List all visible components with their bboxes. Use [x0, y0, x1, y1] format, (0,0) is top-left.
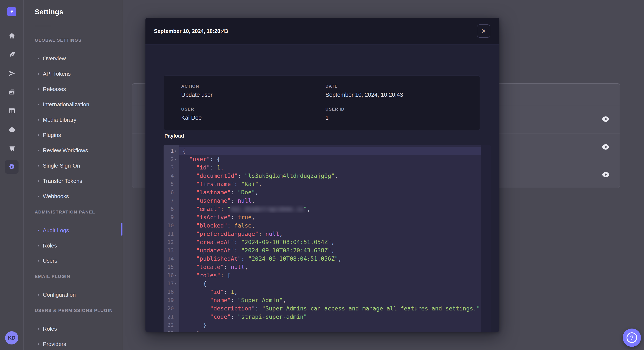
help-button[interactable]: ?: [623, 329, 641, 347]
code-line: 11 "preferedLanguage": null,: [164, 230, 491, 238]
sidebar-item-up-roles[interactable]: Roles: [24, 324, 122, 334]
modal-title: September 10, 2024, 10:20:43: [154, 18, 228, 45]
bullet: [38, 260, 40, 262]
sidebar-item-users[interactable]: Users: [24, 256, 122, 266]
code-line: 1▾{: [164, 147, 491, 155]
payload-json-editor[interactable]: 1▾{2▾ "user": {3 "id": 1,4 "documentId":…: [164, 145, 491, 332]
sidebar-item-releases[interactable]: Releases: [24, 84, 122, 94]
code-line: 19 "name": "Super Admin",: [164, 296, 491, 304]
code-line: 12 "createdAt": "2024-09-10T08:04:51.054…: [164, 238, 491, 246]
home-icon: [8, 32, 16, 39]
fold-chevron-icon[interactable]: ▾: [174, 271, 177, 279]
bullet: [38, 294, 40, 296]
nav-media-library[interactable]: [0, 85, 24, 99]
bullet: [38, 88, 40, 90]
sidebar-item-configuration[interactable]: Configuration: [24, 290, 122, 300]
close-button[interactable]: ✕: [477, 24, 490, 38]
strapi-logo-icon: [9, 9, 14, 14]
bullet: [38, 134, 40, 136]
code-line: 15 "locale": null,: [164, 263, 491, 271]
payload-code: 1▾{2▾ "user": {3 "id": 1,4 "documentId":…: [164, 147, 491, 332]
code-line: 7 "username": null,: [164, 196, 491, 205]
user-avatar[interactable]: KD: [5, 331, 18, 345]
sidebar-item-single-sign-on[interactable]: Single Sign-On: [24, 161, 122, 171]
main-nav-rail: KD: [0, 0, 24, 350]
eye-icon: [602, 144, 609, 151]
rail-divider: [0, 24, 24, 24]
nav-home[interactable]: [0, 29, 24, 42]
code-line: 17▾ {: [164, 279, 491, 288]
strapi-admin-app: ?: [0, 0, 644, 350]
sidebar-item-review-workflows[interactable]: Review Workflows: [24, 146, 122, 155]
sidebar-item-plugins[interactable]: Plugins: [24, 130, 122, 140]
nav-deploy[interactable]: [0, 123, 24, 136]
view-log-button[interactable]: [601, 171, 610, 179]
sidebar-item-admin-roles[interactable]: Roles: [24, 241, 122, 250]
log-details-modal: September 10, 2024, 10:20:43 ✕ Log Detai…: [146, 18, 500, 332]
code-line: 18 "id": 1,: [164, 288, 491, 296]
code-line: 13 "updatedAt": "2024-09-10T08:20:43.638…: [164, 246, 491, 255]
bullet: [38, 104, 40, 105]
code-line: 22 }: [164, 321, 491, 329]
cloud-icon: [8, 126, 16, 133]
bullet: [38, 165, 40, 167]
send-icon: [8, 70, 16, 77]
editor-right-margin: [481, 145, 491, 332]
question-mark-icon: ?: [626, 332, 637, 343]
strapi-logo[interactable]: [7, 7, 16, 16]
view-log-button[interactable]: [601, 144, 610, 151]
fold-chevron-icon[interactable]: ▾: [174, 155, 177, 163]
code-line: 14 "publishedAt": "2024-09-10T08:04:51.0…: [164, 255, 491, 263]
bullet: [38, 230, 40, 231]
sidebar-title: Settings: [35, 8, 63, 16]
detail-user-id: USER ID 1: [326, 107, 344, 121]
settings-sidebar: Settings GLOBAL SETTINGS Overview API To…: [24, 0, 123, 350]
feather-icon: [8, 51, 16, 58]
gear-icon: [8, 163, 16, 171]
media-icon: [8, 88, 16, 96]
code-line: 9 "isActive": true,: [164, 213, 491, 221]
nav-settings-active[interactable]: [5, 160, 18, 174]
fold-chevron-icon[interactable]: ▾: [174, 279, 177, 288]
sidebar-item-transfer-tokens[interactable]: Transfer Tokens: [24, 176, 122, 186]
code-line: 8 "email": "kai.doe@strapidemo.io",: [164, 205, 491, 213]
section-label-administration-panel: ADMINISTRATION PANEL: [35, 209, 95, 214]
section-label-email-plugin: EMAIL PLUGIN: [35, 274, 70, 279]
code-line: 16▾ "roles": [: [164, 271, 491, 279]
code-line: 3 "id": 1,: [164, 163, 491, 172]
code-line: 10 "blocked": false,: [164, 221, 491, 230]
section-label-global-settings: GLOBAL SETTINGS: [35, 38, 82, 43]
payload-label: Payload: [164, 133, 184, 139]
section-label-users-permissions-plugin: USERS & PERMISSIONS PLUGIN: [35, 308, 113, 313]
sidebar-item-internationalization[interactable]: Internationalization: [24, 100, 122, 109]
fold-chevron-icon[interactable]: ▾: [174, 147, 177, 155]
title-divider: [35, 26, 51, 26]
nav-releases[interactable]: [0, 67, 24, 80]
sidebar-item-api-tokens[interactable]: API Tokens: [24, 69, 122, 79]
active-item-indicator: [121, 223, 122, 236]
bullet: [38, 73, 40, 75]
nav-content-manager[interactable]: [0, 48, 24, 61]
code-line: 23 ]: [164, 329, 491, 332]
bullet: [38, 196, 40, 197]
nav-content-type-builder[interactable]: [0, 104, 24, 118]
sidebar-item-media-library[interactable]: Media Library: [24, 115, 122, 125]
bullet: [38, 119, 40, 121]
nav-marketplace[interactable]: [0, 141, 24, 155]
sidebar-item-providers[interactable]: Providers: [24, 339, 122, 349]
code-line: 2▾ "user": {: [164, 155, 491, 163]
code-line: 20 "description": "Super Admins can acce…: [164, 304, 491, 313]
bullet: [38, 245, 40, 246]
sidebar-item-webhooks[interactable]: Webhooks: [24, 191, 122, 201]
detail-user: USER Kai Doe: [181, 107, 202, 121]
code-line: 6 "lastname": "Doe",: [164, 188, 491, 196]
bullet: [38, 180, 40, 182]
eye-icon: [602, 116, 609, 123]
sidebar-item-overview[interactable]: Overview: [24, 54, 122, 63]
code-line: 4 "documentId": "ls3uk3g1xm4ltdrdugzajg0…: [164, 172, 491, 180]
modal-header: September 10, 2024, 10:20:43 ✕: [146, 18, 500, 45]
bullet: [38, 328, 40, 330]
sidebar-item-audit-logs[interactable]: Audit Logs: [24, 225, 122, 235]
view-log-button[interactable]: [601, 116, 610, 123]
code-line: 21 "code": "strapi-super-admin": [164, 313, 491, 321]
